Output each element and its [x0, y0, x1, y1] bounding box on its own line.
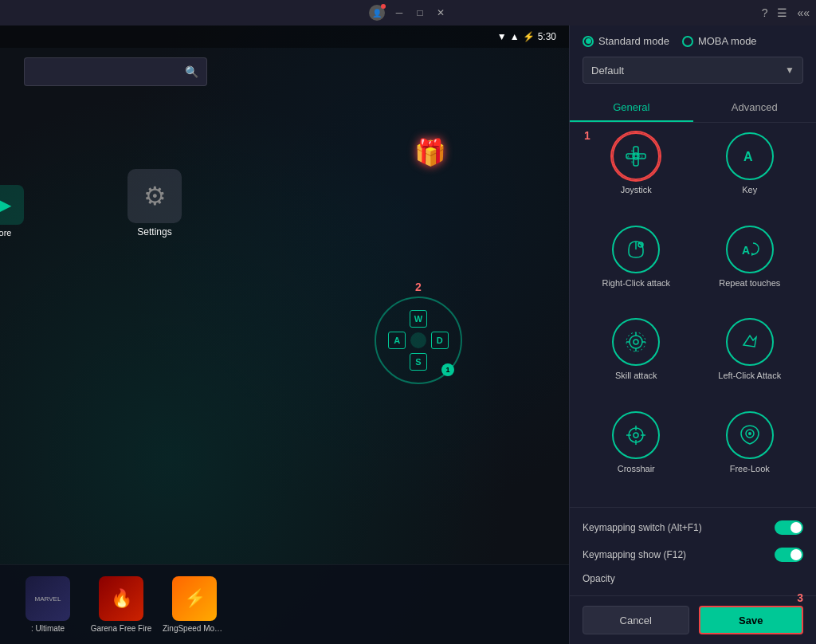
panel-footer-wrap: Cancel 3 Save [570, 595, 816, 644]
store-icon: ▶ [0, 185, 24, 225]
control-item-joystick[interactable]: 1 W A D S Joystick [583, 132, 690, 219]
control-item-left-click[interactable]: Left-Click Attack [696, 318, 804, 405]
free-look-icon-circle [726, 411, 774, 459]
left-click-svg [737, 329, 763, 355]
joy-key-w: W [410, 310, 427, 328]
search-input[interactable] [33, 66, 185, 78]
control-item-crosshair[interactable]: Crosshair [583, 411, 690, 498]
bg-overlay [0, 26, 569, 644]
minimize-icon[interactable]: ─ [393, 6, 406, 19]
settings-app-icon: ⚙ [128, 169, 182, 223]
store-label: tore [0, 228, 11, 238]
control-item-free-look[interactable]: Free-Look [696, 411, 804, 498]
mode-moba-radio [682, 36, 693, 47]
crosshair-icon-circle [612, 411, 660, 459]
search-bar[interactable]: 🔍 [24, 57, 207, 86]
mode-selector: Standard mode MOBA mode [570, 26, 816, 53]
key-label: Key [742, 185, 757, 194]
repeat-touches-icon-circle: A [726, 226, 774, 273]
settings-section: Keymapping switch (Alt+F1) Keymapping sh… [570, 507, 816, 595]
skill-attack-label: Skill attack [615, 371, 657, 380]
key-svg: A [737, 143, 763, 169]
notification-dot [381, 4, 386, 9]
repeat-touches-label: Repeat touches [719, 278, 780, 288]
joystick-svg: W A D S [623, 143, 649, 169]
wifi-icon: ▼ [497, 31, 507, 42]
app-icon-ultimate: MARVEL [26, 576, 70, 621]
app-icon-freefire: 🔥 [99, 576, 143, 621]
svg-point-4 [633, 153, 639, 159]
title-bar-right-controls: ? ☰ «« [762, 6, 810, 19]
joy-key-s: S [410, 353, 427, 371]
keymapping-show-toggle[interactable] [775, 548, 803, 562]
joy-key-d: D [431, 332, 449, 349]
skill-attack-icon-circle [612, 318, 660, 366]
key-icon-circle: A [726, 132, 774, 180]
tab-advanced[interactable]: Advanced [693, 93, 817, 122]
svg-text:W: W [631, 149, 634, 153]
joy-empty-tr [431, 310, 449, 328]
taskbar: MARVEL : Ultimate 🔥 Garena Free Fire ⚡ Z… [0, 564, 569, 644]
app-label-freefire: Garena Free Fire [89, 624, 153, 633]
left-click-icon-circle [726, 318, 774, 366]
main-container: ▼ ▲ ⚡ 5:30 🔍 🎁 ▶ tore ⚙ Settings 2 [0, 26, 816, 644]
profile-dropdown[interactable]: Default ▼ [583, 57, 803, 84]
title-bar: 👤 ─ □ ✕ ? ☰ «« [0, 0, 816, 26]
maximize-icon[interactable]: □ [414, 6, 426, 19]
opacity-label: Opacity [583, 573, 615, 584]
time-display: 5:30 [538, 31, 556, 42]
right-panel: Standard mode MOBA mode Default ▼ Genera… [569, 26, 816, 644]
joystick-icon-circle: W A D S [612, 132, 660, 180]
joy-key-a: A [388, 332, 406, 349]
free-look-svg [737, 422, 763, 448]
taskbar-app-freefire[interactable]: 🔥 Garena Free Fire [89, 576, 153, 633]
joystick-panel-number: 1 [584, 129, 590, 142]
app-icon: 👤 [369, 5, 385, 21]
save-button[interactable]: Save [699, 606, 804, 634]
svg-point-15 [634, 340, 638, 344]
left-click-label: Left-Click Attack [718, 371, 781, 380]
controls-grid: 1 W A D S Joystick [570, 123, 816, 507]
app-label-zingspeed: ZingSpeed Mobile [163, 624, 226, 633]
keymapping-switch-toggle[interactable] [775, 520, 803, 535]
status-bar: ▼ ▲ ⚡ 5:30 [0, 26, 569, 48]
emulator-screen: ▼ ▲ ⚡ 5:30 🔍 🎁 ▶ tore ⚙ Settings 2 [0, 26, 569, 644]
title-bar-center: 👤 ─ □ ✕ [369, 5, 447, 21]
help-icon[interactable]: ? [762, 6, 768, 19]
close-icon[interactable]: ✕ [434, 6, 447, 19]
status-icons: ▼ ▲ ⚡ 5:30 [497, 31, 556, 42]
expand-icon[interactable]: «« [797, 6, 810, 19]
control-item-skill-attack[interactable]: Skill attack [583, 318, 690, 405]
mode-moba[interactable]: MOBA mode [682, 35, 757, 47]
right-click-icon-circle [612, 226, 660, 273]
svg-text:S: S [631, 160, 634, 164]
control-item-repeat-touches[interactable]: A Repeat touches [696, 226, 804, 312]
save-number-label: 3 [797, 591, 803, 604]
svg-text:D: D [641, 155, 643, 159]
app-icon-zingspeed: ⚡ [172, 576, 217, 621]
free-look-label: Free-Look [730, 464, 770, 473]
taskbar-app-zingspeed[interactable]: ⚡ ZingSpeed Mobile [163, 576, 226, 633]
settings-app-label: Settings [137, 226, 171, 238]
panel-footer: Cancel 3 Save [570, 595, 816, 644]
mode-standard-label: Standard mode [598, 35, 669, 47]
app-label-ultimate: : Ultimate [16, 624, 80, 633]
control-item-right-click[interactable]: Right-Click attack [583, 226, 690, 312]
joystick-inner: W A D S [386, 308, 450, 372]
gift-icon: 🎁 [414, 137, 446, 167]
tab-general[interactable]: General [570, 93, 693, 122]
svg-point-18 [634, 433, 638, 438]
cancel-button[interactable]: Cancel [583, 606, 689, 634]
opacity-row: Opacity [583, 568, 803, 589]
profile-dropdown-text: Default [591, 65, 624, 77]
menu-icon[interactable]: ☰ [777, 6, 787, 19]
settings-icon-wrap[interactable]: ⚙ Settings [128, 169, 182, 238]
right-click-svg [623, 237, 649, 262]
taskbar-app-ultimate[interactable]: MARVEL : Ultimate [16, 576, 80, 633]
control-item-key[interactable]: A Key [696, 132, 804, 219]
mode-standard[interactable]: Standard mode [583, 35, 669, 47]
joy-center [410, 332, 426, 348]
joystick-label: Joystick [621, 185, 652, 194]
signal-icon: ▲ [510, 31, 520, 42]
joystick-circle: W A D S 1 [375, 296, 462, 384]
